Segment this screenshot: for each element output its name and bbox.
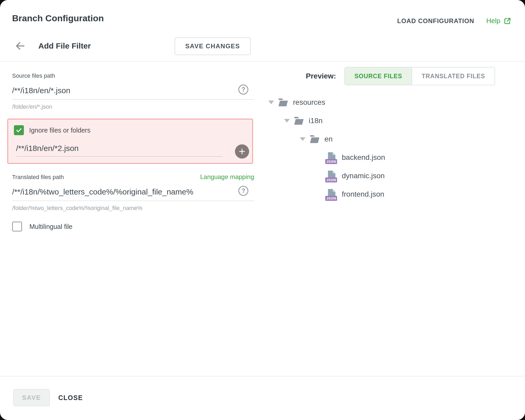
json-file-icon: JSON [327,170,336,181]
folder-icon [278,98,288,107]
tree-item-file[interactable]: JSON dynamic.json [262,167,517,185]
translated-path-label: Translated files path [12,174,64,181]
translated-path-help-icon[interactable]: ? [238,186,248,196]
preview-toggle: SOURCE FILES TRANSLATED FILES [344,67,495,85]
file-filter-form: Source files path ? /folder/en/*.json Ig… [12,72,254,232]
external-link-icon [503,17,511,25]
tree-item-label: i18n [309,117,323,125]
sub-header: Add File Filter [14,37,91,55]
close-button[interactable]: CLOSE [58,389,83,406]
tree-item-folder[interactable]: i18n [262,112,517,130]
source-path-input[interactable] [12,83,254,100]
json-badge: JSON [325,177,337,182]
caret-down-icon[interactable] [268,101,274,104]
multilingual-checkbox-row[interactable]: Multilingual file [12,222,254,232]
load-configuration-button[interactable]: LOAD CONFIGURATION [397,17,474,25]
preview-panel: Preview: SOURCE FILES TRANSLATED FILES r… [262,67,517,203]
tree-item-file[interactable]: JSON backend.json [262,148,517,167]
tree-item-label: en [324,135,333,143]
page-title: Branch Configuration [12,13,104,23]
preview-label: Preview: [306,72,336,80]
json-file-icon: JSON [327,152,336,163]
json-file-icon: JSON [327,189,336,200]
source-path-label: Source files path [12,72,254,79]
translated-path-hint: /folder/%two_letters_code%/%original_fil… [12,205,254,212]
tab-source-files[interactable]: SOURCE FILES [345,67,412,85]
ignore-files-checkbox-row[interactable]: Ignore files or folders [14,125,246,135]
ignore-files-label: Ignore files or folders [29,127,90,134]
add-ignore-pattern-button[interactable] [235,144,249,159]
check-icon [15,127,22,134]
multilingual-label: Multilingual file [29,223,72,230]
help-link[interactable]: Help [486,17,511,25]
save-changes-button[interactable]: SAVE CHANGES [175,37,251,55]
subpage-title: Add File Filter [38,41,91,50]
source-path-field: ? [12,83,254,100]
json-badge: JSON [325,159,337,164]
tree-item-label: frontend.json [342,190,384,198]
tree-item-file[interactable]: JSON frontend.json [262,185,517,203]
caret-down-icon[interactable] [300,137,306,141]
branch-configuration-dialog: Branch Configuration LOAD CONFIGURATION … [0,0,525,420]
header-actions: LOAD CONFIGURATION Help [397,17,511,25]
tree-item-folder[interactable]: resources [262,93,517,112]
footer-divider [0,376,525,376]
ignore-files-checkbox[interactable] [14,125,24,135]
file-tree: resources i18n en [262,93,517,203]
folder-icon [294,117,304,125]
tree-item-label: resources [293,98,325,107]
header-divider [0,61,525,62]
ignore-files-section: Ignore files or folders [7,119,253,164]
ignore-pattern-input[interactable] [16,142,222,157]
plus-icon [238,148,246,155]
save-button[interactable]: SAVE [13,389,50,406]
multilingual-checkbox[interactable] [12,222,22,232]
back-arrow-button[interactable] [14,40,27,51]
source-path-help-icon[interactable]: ? [238,85,248,94]
language-mapping-link[interactable]: Language mapping [200,173,254,181]
source-path-hint: /folder/en/*.json [12,103,254,110]
tree-item-label: backend.json [342,153,385,162]
caret-down-icon[interactable] [284,119,290,123]
folder-icon [310,135,320,143]
translated-path-header: Translated files path Language mapping [12,173,254,181]
tab-translated-files[interactable]: TRANSLATED FILES [412,67,495,85]
translated-path-field: ? [12,185,254,201]
translated-path-input[interactable] [12,185,254,201]
help-label: Help [486,17,500,25]
json-badge: JSON [325,196,337,201]
tree-item-folder[interactable]: en [262,130,517,148]
ignore-pattern-field [16,142,246,157]
preview-toolbar: Preview: SOURCE FILES TRANSLATED FILES [262,67,517,85]
tree-item-label: dynamic.json [342,172,385,180]
